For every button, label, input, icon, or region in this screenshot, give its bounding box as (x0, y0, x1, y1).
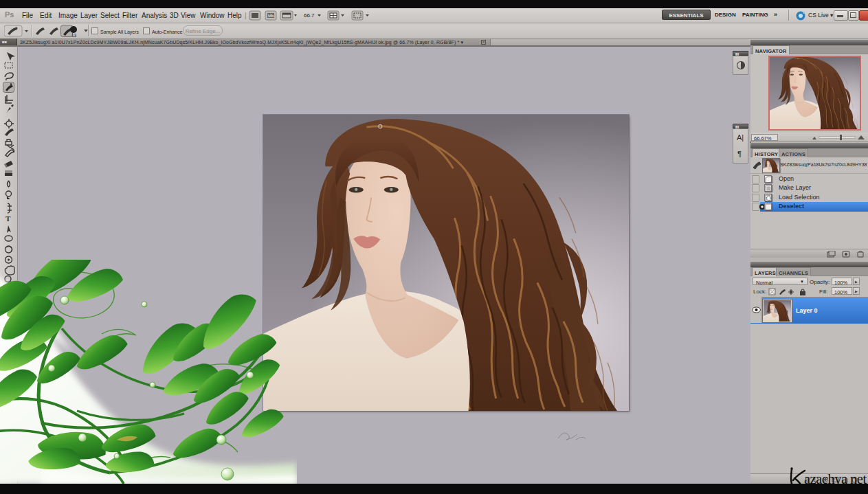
svg-text:66.7: 66.7 (304, 12, 315, 19)
svg-text:13: 13 (71, 33, 77, 38)
svg-text:Mb: Mb (268, 14, 274, 18)
svg-text:T: T (5, 214, 11, 223)
